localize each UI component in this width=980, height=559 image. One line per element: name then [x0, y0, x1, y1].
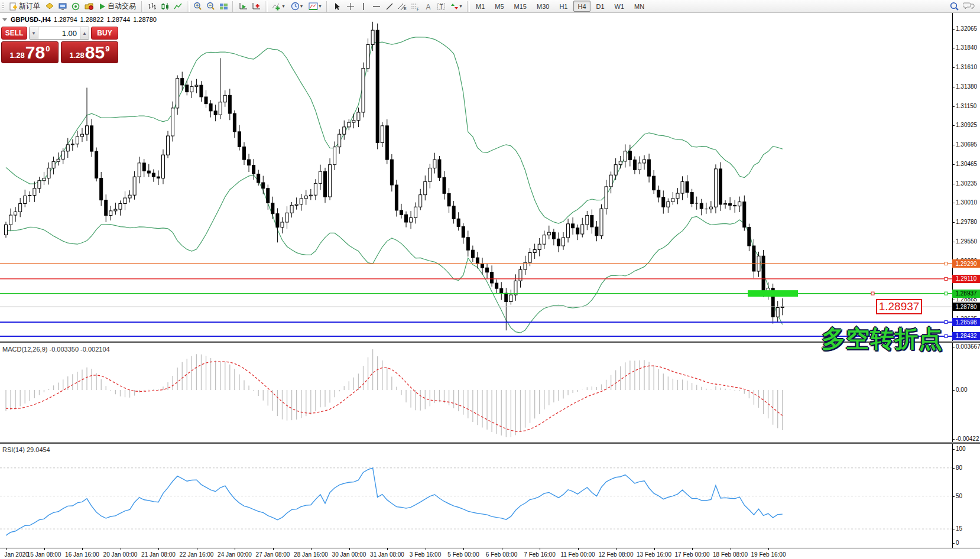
history-center-button[interactable]: [83, 1, 95, 12]
rsi-panel: [0, 468, 952, 535]
volume-input[interactable]: 1.00: [38, 27, 80, 39]
equidistant-channel-tool-button[interactable]: E: [396, 1, 408, 12]
cursor-tool-button[interactable]: [331, 1, 343, 12]
buy-price-button[interactable]: 1.28 85 9: [61, 41, 118, 63]
auto-trading-button[interactable]: 自动交易: [96, 1, 139, 12]
collapse-indicator-icon[interactable]: [2, 18, 7, 21]
time-axis-label[interactable]: 5 Feb 00:00: [447, 551, 479, 558]
svg-text:F: F: [417, 6, 419, 11]
zoom-in-button[interactable]: [192, 1, 204, 12]
search-icon[interactable]: [950, 2, 959, 11]
price-tick: [952, 106, 955, 107]
text-label-tool-button[interactable]: T: [435, 1, 447, 12]
rsi-tick-label: 100: [956, 446, 966, 452]
price-line-label[interactable]: 1.28937: [952, 290, 980, 298]
time-axis-label[interactable]: 7 Feb 16:00: [524, 551, 555, 558]
timeframe-button-h4[interactable]: H4: [573, 1, 590, 12]
buy-button[interactable]: BUY: [91, 27, 118, 40]
auto-scroll-button[interactable]: [237, 1, 249, 12]
timeframe-button-m5[interactable]: M5: [491, 1, 508, 12]
chat-icon[interactable]: [963, 2, 975, 11]
volume-up-button[interactable]: ▲: [80, 27, 89, 39]
terminal-button[interactable]: [57, 1, 69, 12]
signals-icon: [72, 2, 80, 11]
tile-windows-button[interactable]: [218, 1, 230, 12]
bar-chart-button[interactable]: [146, 1, 158, 12]
rsi-panel-divider[interactable]: [0, 442, 980, 444]
time-axis-label[interactable]: 18 Feb 08:00: [713, 551, 748, 558]
new-order-button[interactable]: 新订单: [6, 1, 43, 12]
time-axis-label[interactable]: 24 Jan 00:00: [218, 551, 252, 558]
time-axis-label[interactable]: 16 Jan 16:00: [65, 551, 99, 558]
toolbar-grip[interactable]: [2, 2, 4, 11]
time-axis-label[interactable]: 12 Feb 08:00: [599, 551, 634, 558]
text-label-icon: T: [437, 2, 446, 11]
time-axis-label[interactable]: 3 Feb 16:00: [410, 551, 441, 558]
timeframe-button-h1[interactable]: H1: [555, 1, 572, 12]
trendline-tool-button[interactable]: [383, 1, 395, 12]
time-axis-label[interactable]: 11 Feb 00:00: [560, 551, 595, 558]
macd-indicator-label: MACD(12,26,9) -0.003350 -0.002104: [2, 346, 110, 353]
time-axis-label[interactable]: 13 Feb 16:00: [637, 551, 671, 558]
time-axis-label[interactable]: 28 Jan 16:00: [294, 551, 328, 558]
timeframe-button-m1[interactable]: M1: [472, 1, 489, 12]
fibonacci-tool-button[interactable]: F: [409, 1, 421, 12]
time-axis-label[interactable]: 31 Jan 08:00: [370, 551, 404, 558]
price-line-label[interactable]: 1.28432: [952, 332, 980, 340]
time-tick: [578, 548, 579, 550]
price-line-label[interactable]: 1.29290: [952, 259, 980, 268]
price-line-label[interactable]: 1.29110: [952, 275, 980, 283]
chart-shift-button[interactable]: [250, 1, 262, 12]
signals-button[interactable]: [70, 1, 82, 12]
volume-down-button[interactable]: ▼: [30, 27, 38, 39]
time-tick: [44, 548, 45, 550]
line-chart-button[interactable]: [172, 1, 184, 12]
auto-trading-label: 自动交易: [108, 1, 136, 11]
crosshair-tool-button[interactable]: [344, 1, 356, 12]
price-callout-label[interactable]: 1.28937: [876, 299, 922, 314]
time-axis-label[interactable]: 21 Jan 08:00: [141, 551, 176, 558]
time-axis-label[interactable]: 17 Feb 00:00: [675, 551, 710, 558]
macd-tick: [952, 390, 955, 391]
vertical-line-tool-button[interactable]: [357, 1, 369, 12]
time-axis-label[interactable]: 19 Feb 16:00: [751, 551, 786, 558]
candle-chart-button[interactable]: [159, 1, 171, 12]
time-axis-label[interactable]: 27 Jan 08:00: [256, 551, 290, 558]
time-axis-label[interactable]: 20 Jan 00:00: [103, 551, 138, 558]
price-line-label[interactable]: 1.28780: [952, 303, 980, 311]
timeframe-button-w1[interactable]: W1: [611, 1, 629, 12]
callout-anchor-handle: [871, 292, 874, 295]
price-tick: [952, 29, 955, 30]
timeframe-button-d1[interactable]: D1: [592, 1, 609, 12]
price-tick: [952, 87, 955, 87]
macd-tick: [952, 347, 955, 347]
time-axis-label[interactable]: 6 Feb 08:00: [486, 551, 517, 558]
time-axis-label[interactable]: Jan 2020: [4, 551, 28, 558]
time-axis-label[interactable]: 30 Jan 00:00: [332, 551, 366, 558]
profile-button[interactable]: [44, 1, 56, 12]
timeframe-button-mn[interactable]: MN: [630, 1, 648, 12]
ohlc-low: 1.28744: [106, 16, 130, 23]
sell-button[interactable]: SELL: [1, 27, 27, 40]
line-anchor-handle: [945, 277, 947, 280]
timeframe-button-m15[interactable]: M15: [510, 1, 531, 12]
arrows-tool-button[interactable]: ▾: [448, 1, 465, 12]
price-tick: [952, 203, 955, 203]
price-tick-label: 1.29550: [956, 238, 977, 245]
sell-price-button[interactable]: 1.28 78 0: [1, 41, 59, 63]
templates-button[interactable]: ▾: [306, 1, 324, 12]
zoom-out-button[interactable]: [205, 1, 217, 12]
annotation-text[interactable]: 多空转折点: [822, 323, 943, 355]
time-tick: [654, 548, 655, 550]
time-axis-label[interactable]: 15 Jan 08:00: [27, 551, 61, 558]
text-tool-button[interactable]: A: [422, 1, 434, 12]
time-axis-label[interactable]: 22 Jan 16:00: [180, 551, 214, 558]
timeframe-button-m30[interactable]: M30: [533, 1, 553, 12]
periods-button[interactable]: ▾: [288, 1, 306, 12]
time-tick: [463, 548, 464, 550]
indicators-button[interactable]: ▾: [270, 1, 287, 12]
rsi-tick: [952, 496, 955, 497]
chart-canvas[interactable]: [0, 13, 980, 559]
horizontal-line-tool-button[interactable]: [370, 1, 382, 12]
price-line-label[interactable]: 1.28598: [952, 318, 980, 326]
